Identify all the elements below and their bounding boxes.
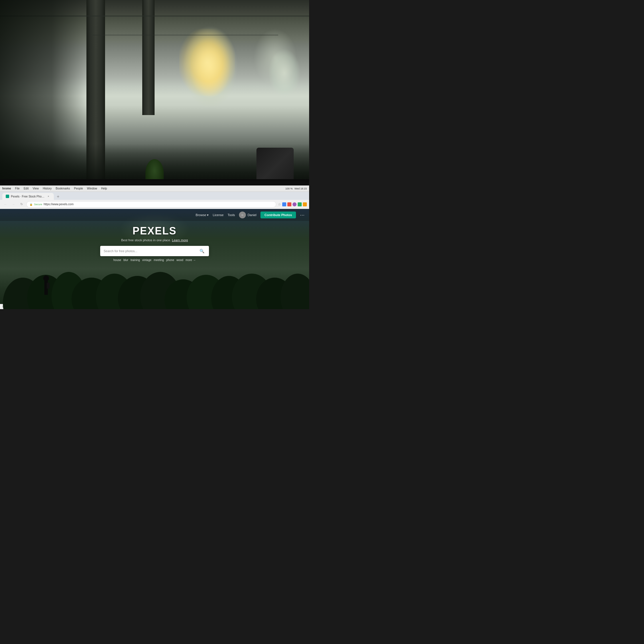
tab-title: Pexels · Free Stock Photos (11, 195, 45, 198)
suggestion-phone[interactable]: phone (166, 258, 174, 262)
tools-nav-item[interactable]: Tools (228, 213, 235, 217)
user-area: D Daniel (239, 212, 256, 218)
active-tab[interactable]: Pexels · Free Stock Photos × (2, 193, 54, 200)
website-content: Browse ▾ License Tools D Daniel Contribu… (0, 209, 309, 309)
menu-history[interactable]: History (43, 187, 52, 190)
menu-file[interactable]: File (15, 187, 20, 190)
search-input[interactable]: Search for free photos... (104, 249, 198, 253)
suggestion-house[interactable]: house (113, 258, 121, 262)
extension-icon-1[interactable] (282, 202, 286, 206)
reload-button[interactable]: ↻ (18, 201, 25, 208)
svg-rect-15 (47, 283, 50, 289)
left-wall (0, 0, 86, 192)
site-title: PEXELS (133, 225, 177, 237)
address-url: https://www.pexels.com (44, 203, 74, 206)
new-tab-button[interactable]: + (55, 193, 61, 200)
system-tray: 100 % Wed 16:15 (285, 185, 307, 192)
suggestion-vintage[interactable]: vintage (142, 258, 151, 262)
menu-help[interactable]: Help (101, 187, 107, 190)
user-name[interactable]: Daniel (248, 213, 256, 217)
search-icon: 🔍 (199, 249, 204, 253)
window-right (254, 29, 297, 86)
suggestion-training[interactable]: training (131, 258, 140, 262)
more-suggestions-link[interactable]: more → (185, 258, 196, 262)
address-bar-row: ← → ↻ 🔒 Secure https://www.pexels.com ☆ (0, 200, 309, 209)
more-button[interactable]: ⋯ (300, 212, 305, 218)
background-photo (0, 0, 309, 192)
tab-favicon (6, 195, 9, 198)
toolbar-icons: ☆ (278, 202, 307, 206)
secure-label: Secure (34, 203, 42, 206)
forward-button[interactable]: → (10, 201, 17, 208)
learn-more-link[interactable]: Learn more (172, 238, 188, 242)
chevron-down-icon: ▾ (207, 213, 209, 217)
menu-bar: hrome File Edit View History Bookmarks P… (0, 185, 309, 192)
search-bar[interactable]: Search for free photos... 🔍 (100, 246, 209, 256)
website-nav: Browse ▾ License Tools D Daniel Contribu… (0, 209, 309, 221)
extension-icon-2[interactable] (287, 202, 291, 206)
back-button[interactable]: ← (2, 201, 9, 208)
app-name: hrome (2, 187, 11, 190)
nav-right: Browse ▾ License Tools D Daniel Contribu… (196, 212, 305, 218)
extension-icon-3[interactable] (293, 202, 297, 206)
user-avatar[interactable]: D (239, 212, 246, 218)
menu-people[interactable]: People (74, 187, 83, 190)
battery-info: 100 % (285, 187, 293, 190)
browse-nav-item[interactable]: Browse ▾ (196, 213, 209, 217)
svg-point-14 (43, 275, 49, 281)
star-icon[interactable]: ☆ (278, 202, 281, 206)
address-field[interactable]: 🔒 Secure https://www.pexels.com (26, 201, 276, 208)
browser-window: hrome File Edit View History Bookmarks P… (0, 185, 309, 309)
clock: Wed 16:15 (295, 187, 307, 190)
menu-window[interactable]: Window (87, 187, 97, 190)
search-button[interactable]: 🔍 (198, 247, 206, 255)
extension-icon-4[interactable] (298, 202, 302, 206)
suggestion-wood[interactable]: wood (176, 258, 183, 262)
contribute-photos-button[interactable]: Contribute Photos (260, 212, 296, 218)
tab-bar: Pexels · Free Stock Photos × + (0, 192, 309, 200)
svg-point-12 (280, 274, 309, 309)
pillar-center (142, 0, 155, 115)
license-nav-item[interactable]: License (213, 213, 224, 217)
suggestion-blur[interactable]: blur (123, 258, 128, 262)
extension-icon-5[interactable] (303, 202, 307, 206)
tab-close-button[interactable]: × (46, 194, 50, 198)
menu-edit[interactable]: Edit (24, 187, 29, 190)
menu-bookmarks[interactable]: Bookmarks (56, 187, 70, 190)
search-suggestions: house blur training vintage meeting phon… (113, 258, 196, 262)
suggestion-meeting[interactable]: meeting (154, 258, 164, 262)
website-hero: PEXELS Best free stock photos in one pla… (0, 221, 309, 262)
site-subtitle: Best free stock photos in one place. Lea… (121, 238, 188, 242)
secure-icon: 🔒 (29, 203, 33, 206)
ceiling-beam-2 (93, 35, 278, 35)
menu-view[interactable]: View (33, 187, 39, 190)
window-glow (179, 29, 235, 96)
